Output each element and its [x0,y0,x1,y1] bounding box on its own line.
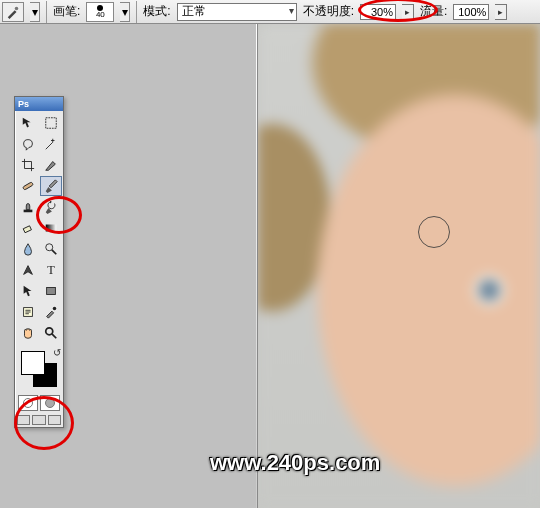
history-brush-tool[interactable] [40,197,62,217]
slice-tool[interactable] [40,155,62,175]
blend-mode-value: 正常 [182,3,206,20]
svg-rect-1 [46,118,57,129]
zoom-tool[interactable] [40,323,62,343]
quickmask-mode-icon[interactable] [40,395,60,411]
type-tool[interactable]: T [40,260,62,280]
standard-mode-icon[interactable] [18,395,38,411]
move-tool[interactable] [17,113,39,133]
svg-rect-4 [23,226,31,233]
options-bar: ▾ 画笔: 40 ▾ 模式: 正常 不透明度: 流量: [0,0,540,24]
color-swatches[interactable]: ↺ [17,347,63,391]
path-select-tool[interactable] [17,281,39,301]
svg-point-10 [53,307,57,311]
panel-title: Ps [15,97,63,111]
svg-text:T: T [47,263,55,277]
blend-mode-select[interactable]: 正常 [177,3,297,21]
opacity-flyout[interactable] [402,4,414,20]
swap-colors-icon[interactable]: ↺ [53,347,61,358]
lasso-tool[interactable] [17,134,39,154]
separator [136,1,137,23]
watermark-text: www.240ps.com [210,450,380,476]
separator [46,1,47,23]
document-canvas[interactable] [258,24,540,508]
flow-flyout[interactable] [495,4,507,20]
crop-tool[interactable] [17,155,39,175]
gradient-tool[interactable] [40,218,62,238]
brush-preset-picker[interactable]: 40 [86,2,114,22]
hand-tool[interactable] [17,323,39,343]
brush-tool[interactable] [40,176,62,196]
svg-rect-8 [47,288,56,295]
opacity-input[interactable] [360,4,396,20]
screen-mode-standard-icon[interactable] [17,415,30,425]
screen-mode-full-icon[interactable] [32,415,45,425]
brush-preset-dropdown[interactable]: ▾ [120,2,130,22]
clone-stamp-tool[interactable] [17,197,39,217]
blur-tool[interactable] [17,239,39,259]
tools-panel: Ps T ↺ [14,96,64,428]
screen-mode-fullmenu-icon[interactable] [48,415,61,425]
flow-label: 流量: [420,3,447,20]
quick-select-tool[interactable] [40,134,62,154]
canvas-image [258,24,540,508]
foreground-color-swatch[interactable] [21,351,45,375]
svg-rect-2 [23,182,34,190]
marquee-tool[interactable] [40,113,62,133]
svg-rect-5 [46,225,57,232]
brush-size-value: 40 [96,11,105,19]
eraser-tool[interactable] [17,218,39,238]
flow-input[interactable] [453,4,489,20]
opacity-label: 不透明度: [303,3,354,20]
eyedropper-tool[interactable] [40,302,62,322]
brush-cursor-icon [418,216,450,248]
dodge-tool[interactable] [40,239,62,259]
svg-point-6 [46,244,53,251]
pen-tool[interactable] [17,260,39,280]
svg-point-11 [46,328,53,335]
healing-brush-tool[interactable] [17,176,39,196]
tool-preset-dropdown[interactable]: ▾ [30,2,40,22]
svg-point-0 [15,6,19,10]
brush-label: 画笔: [53,3,80,20]
tool-preset-icon[interactable] [2,2,24,22]
notes-tool[interactable] [17,302,39,322]
shape-tool[interactable] [40,281,62,301]
mode-label: 模式: [143,3,170,20]
